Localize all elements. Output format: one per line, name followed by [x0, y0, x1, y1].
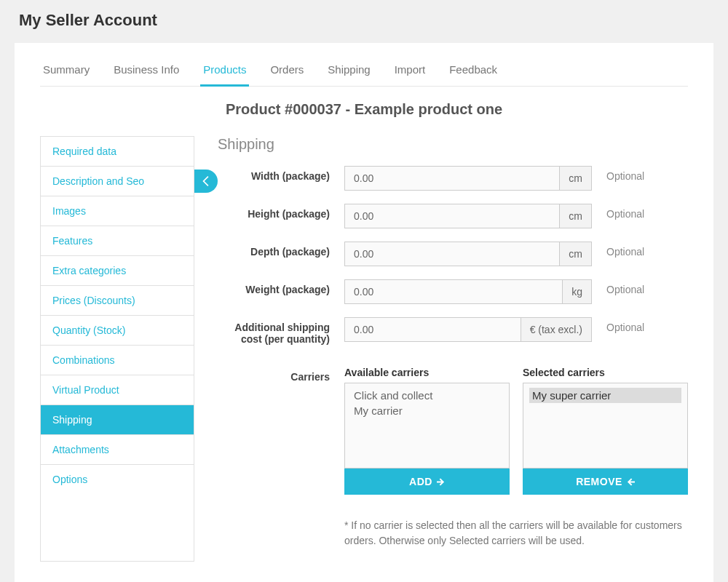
main-card: Summary Business Info Products Orders Sh…: [15, 43, 713, 582]
carrier-item[interactable]: My super carrier: [529, 388, 681, 403]
selected-carriers-list[interactable]: My super carrier: [523, 383, 688, 469]
sidebar: Required data Description and Seo Images…: [40, 136, 194, 562]
tab-products[interactable]: Products: [200, 57, 249, 87]
input-height[interactable]: [344, 204, 560, 228]
unit-addcost: € (tax excl.): [521, 317, 592, 342]
sidebar-item-virtual-product[interactable]: Virtual Product: [41, 375, 194, 405]
tab-shipping[interactable]: Shipping: [325, 57, 373, 86]
arrow-right-icon: [437, 478, 445, 486]
sidebar-item-attachments[interactable]: Attachments: [41, 435, 194, 465]
add-carrier-label: ADD: [409, 476, 432, 487]
carrier-item[interactable]: Click and collect: [351, 388, 503, 403]
chevron-left-icon: [202, 176, 210, 186]
sidebar-item-prices[interactable]: Prices (Discounts): [41, 286, 194, 316]
unit-weight: kg: [563, 279, 592, 304]
hint-height: Optional: [606, 204, 644, 220]
available-carriers-list[interactable]: Click and collect My carrier: [344, 383, 510, 469]
arrow-left-icon: [627, 478, 635, 486]
unit-depth: cm: [560, 242, 592, 266]
label-carriers: Carriers: [221, 367, 330, 383]
available-carriers-title: Available carriers: [344, 367, 510, 378]
label-depth: Depth (package): [221, 242, 330, 258]
tab-feedback[interactable]: Feedback: [446, 57, 500, 86]
page-title: My Seller Account: [19, 11, 713, 30]
label-height: Height (package): [221, 204, 330, 220]
sidebar-item-required-data[interactable]: Required data: [41, 137, 194, 167]
tab-import[interactable]: Import: [392, 57, 429, 86]
form-area: Shipping Width (package) cm Optional Hei…: [194, 136, 688, 562]
selected-carriers-title: Selected carriers: [523, 367, 688, 378]
hint-weight: Optional: [606, 279, 644, 295]
sidebar-item-quantity[interactable]: Quantity (Stock): [41, 316, 194, 346]
sidebar-item-features[interactable]: Features: [41, 226, 194, 256]
sidebar-item-images[interactable]: Images: [41, 196, 194, 226]
hint-depth: Optional: [606, 242, 644, 258]
sidebar-item-shipping[interactable]: Shipping: [41, 405, 194, 435]
sidebar-item-extra-categories[interactable]: Extra categories: [41, 256, 194, 286]
tab-bar: Summary Business Info Products Orders Sh…: [40, 57, 688, 87]
sidebar-item-description-seo[interactable]: Description and Seo: [41, 167, 194, 196]
unit-width: cm: [560, 166, 592, 191]
section-title: Shipping: [218, 136, 688, 153]
label-weight: Weight (package): [221, 279, 330, 295]
hint-addcost: Optional: [606, 317, 644, 333]
input-depth[interactable]: [344, 242, 560, 266]
carrier-note: * If no carrier is selected then all the…: [344, 518, 688, 549]
label-width: Width (package): [221, 166, 330, 182]
carrier-item[interactable]: My carrier: [351, 403, 503, 418]
sidebar-item-combinations[interactable]: Combinations: [41, 346, 194, 375]
sidebar-item-options[interactable]: Options: [41, 465, 194, 494]
unit-height: cm: [560, 204, 592, 228]
add-carrier-button[interactable]: ADD: [344, 469, 510, 495]
input-width[interactable]: [344, 166, 560, 191]
tab-summary[interactable]: Summary: [40, 57, 92, 86]
sidebar-collapse-handle[interactable]: [194, 170, 218, 193]
remove-carrier-button[interactable]: REMOVE: [523, 469, 688, 495]
remove-carrier-label: REMOVE: [576, 476, 622, 487]
product-header: Product #000037 - Example product one: [40, 101, 688, 118]
input-addcost[interactable]: [344, 317, 521, 342]
tab-business-info[interactable]: Business Info: [111, 57, 182, 86]
tab-orders[interactable]: Orders: [267, 57, 306, 86]
input-weight[interactable]: [344, 279, 563, 304]
hint-width: Optional: [606, 166, 644, 182]
label-addcost: Additional shipping cost (per quantity): [221, 317, 330, 345]
